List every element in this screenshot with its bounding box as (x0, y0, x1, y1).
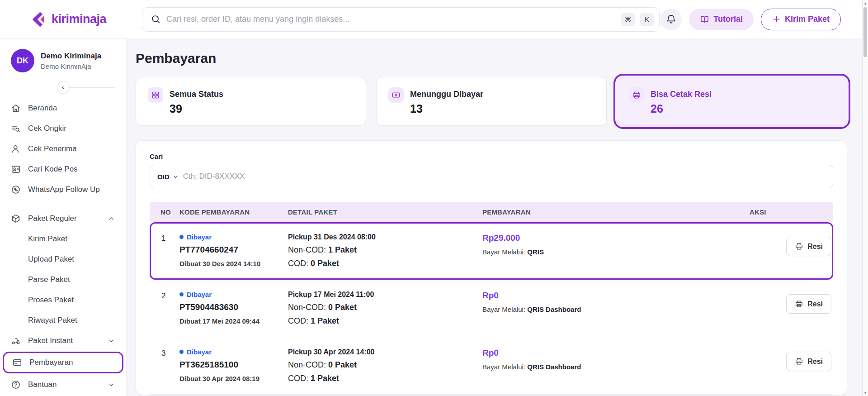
payment-method: Bayar Melalui: QRIS (482, 248, 750, 256)
row-number: 2 (150, 291, 179, 301)
table-header: NO KODE PEMBAYARAN DETAIL PAKET PEMBAYAR… (150, 202, 833, 222)
chevron-down-icon (172, 173, 179, 180)
payment-amount: Rp0 (482, 348, 750, 358)
global-search[interactable]: ⌘ K (142, 7, 660, 32)
scroll-up-arrow[interactable]: ▲ (863, 0, 868, 6)
package-detail-cell: Pickup 31 Des 2024 08:00 Non-COD: 1 Pake… (288, 233, 482, 268)
wallet-icon (388, 87, 404, 103)
printer-icon (795, 300, 803, 308)
sidebar-item-paket-instant[interactable]: Paket Instant (0, 330, 126, 351)
credit-card-icon (12, 358, 22, 367)
sidebar-label: Bantuan (28, 380, 57, 389)
row-number: 3 (150, 348, 179, 358)
id-card-icon (11, 164, 21, 174)
table-row: 1 Dibayar PT7704660247 Dibuat 30 Des 202… (150, 222, 833, 280)
pickup-date: Pickup 31 Des 2024 08:00 (288, 233, 482, 241)
filter-search-input[interactable] (183, 172, 826, 181)
status-cards-row: Semua Status 39 Menunggu Dibayar 13 (136, 77, 847, 126)
col-no: NO (150, 208, 179, 216)
created-date: Dibuat 30 Apr 2024 08:19 (179, 375, 288, 382)
sidebar: DK Demo Kiriminaja Demo KiriminAja Beran… (0, 39, 127, 396)
payment-code-cell: Dibayar PT7704660247 Dibuat 30 Des 2024 … (179, 233, 288, 267)
pickup-date: Pickup 17 Mei 2024 11:00 (288, 291, 482, 299)
action-cell: Resi (786, 291, 833, 314)
scroll-down-arrow[interactable]: ▼ (863, 390, 868, 396)
filter-type-select[interactable]: OID (157, 173, 179, 181)
sidebar-subitem-parse-paket[interactable]: Parse Paket (0, 269, 126, 290)
sidebar-collapse-row (0, 81, 126, 94)
status-card-menunggu-dibayar[interactable]: Menunggu Dibayar 13 (376, 77, 607, 126)
sidebar-subitem-upload-paket[interactable]: Upload Paket (0, 249, 126, 269)
row-number: 1 (150, 233, 179, 243)
col-aksi: AKSI (750, 208, 833, 216)
status-label: Dibayar (187, 291, 212, 298)
status-dot-icon (179, 235, 184, 239)
pickup-date: Pickup 30 Apr 2024 14:00 (288, 348, 482, 356)
sidebar-item-beranda[interactable]: Beranda (0, 98, 126, 118)
notifications-button[interactable] (660, 9, 682, 30)
tutorial-button[interactable]: Tutorial (689, 9, 754, 30)
sidebar-item-whatsapp-follow-up[interactable]: WhatsApp Follow Up (0, 179, 126, 200)
global-search-input[interactable] (166, 14, 616, 24)
kiriminaja-logo-icon (29, 10, 47, 29)
kirim-paket-button[interactable]: Kirim Paket (761, 9, 841, 30)
sidebar-label: Cek Ongkir (28, 124, 66, 133)
page-title: Pembayaran (136, 51, 847, 66)
created-date: Dibuat 17 Mei 2024 09:44 (179, 317, 288, 325)
sidebar-subitem-kirim-paket[interactable]: Kirim Paket (0, 229, 126, 249)
sidebar-item-pembayaran[interactable]: Pembayaran (3, 352, 123, 373)
status-card-semua-status[interactable]: Semua Status 39 (136, 77, 366, 126)
print-receipt-button[interactable]: Resi (786, 294, 831, 314)
sidebar-label: Pembayaran (29, 358, 73, 367)
whatsapp-icon (11, 185, 21, 195)
kirim-paket-label: Kirim Paket (785, 14, 830, 24)
profile-block[interactable]: DK Demo Kiriminaja Demo KiriminAja (0, 49, 126, 72)
col-pembayaran: PEMBAYARAN (482, 208, 750, 216)
chevron-left-icon (60, 84, 66, 91)
noncod-line: Non-COD: 1 Paket (288, 245, 482, 255)
print-receipt-button[interactable]: Resi (786, 237, 831, 256)
sidebar-item-cek-penerima[interactable]: Cek Penerima (0, 138, 126, 159)
noncod-line: Non-COD: 0 Paket (288, 303, 482, 312)
sidebar-label: WhatsApp Follow Up (28, 185, 100, 194)
status-card-bisa-cetak-resi[interactable]: Bisa Cetak Resi 26 (617, 77, 847, 126)
sidebar-item-bantuan[interactable]: Bantuan (0, 374, 126, 395)
payments-panel: Cari OID NO KODE PEMBAYARAN DETAIL PAKET… (136, 140, 847, 395)
vertical-scrollbar[interactable]: ▲ ▼ (862, 0, 868, 396)
user-icon (11, 144, 21, 154)
brand-logo[interactable]: kiriminaja (29, 10, 142, 29)
sidebar-label: Cek Penerima (28, 144, 77, 153)
sidebar-item-cek-ongkir[interactable]: Cek Ongkir (0, 118, 126, 138)
cod-line: COD: 1 Paket (288, 374, 482, 383)
sidebar-subitem-proses-paket[interactable]: Proses Paket (0, 290, 126, 310)
action-cell: Resi (786, 348, 833, 371)
sidebar-collapse-button[interactable] (57, 81, 70, 94)
sidebar-subitem-riwayat-paket[interactable]: Riwayat Paket (0, 310, 126, 330)
home-icon (11, 103, 21, 113)
sidebar-label: Beranda (28, 104, 57, 113)
filter-label: Cari (150, 153, 833, 160)
sidebar-item-cari-kode-pos[interactable]: Cari Kode Pos (0, 159, 126, 179)
top-right-actions: Tutorial Kirim Paket (660, 9, 841, 30)
card-count: 26 (651, 102, 712, 115)
scooter-icon (11, 336, 21, 346)
payment-method: Bayar Melalui: QRIS Dashboard (482, 363, 750, 371)
scrollbar-thumb[interactable] (863, 7, 867, 57)
filter-search-box[interactable]: OID (150, 165, 833, 188)
main-content: Pembayaran Semua Status 39 (127, 39, 868, 396)
payment-code-cell: Dibayar PT5904483630 Dibuat 17 Mei 2024 … (179, 291, 288, 325)
profile-name: Demo Kiriminaja (41, 52, 101, 61)
filter-type-value: OID (157, 173, 170, 181)
print-receipt-button[interactable]: Resi (786, 352, 831, 371)
action-cell: Resi (786, 233, 833, 256)
payment-method: Bayar Melalui: QRIS Dashboard (482, 305, 750, 313)
payment-code: PT7704660247 (179, 245, 288, 255)
payment-code: PT5904483630 (179, 302, 288, 312)
profile-subtitle: Demo KiriminAja (41, 62, 101, 70)
sidebar-item-paket-reguler[interactable]: Paket Reguler (0, 208, 126, 229)
payment-cell: Rp0 Bayar Melalui: QRIS Dashboard (482, 291, 750, 313)
status-label: Dibayar (187, 348, 212, 356)
status-badge: Dibayar (179, 291, 288, 298)
chevron-down-icon (107, 337, 115, 345)
package-detail-cell: Pickup 30 Apr 2024 14:00 Non-COD: 0 Pake… (288, 348, 482, 383)
